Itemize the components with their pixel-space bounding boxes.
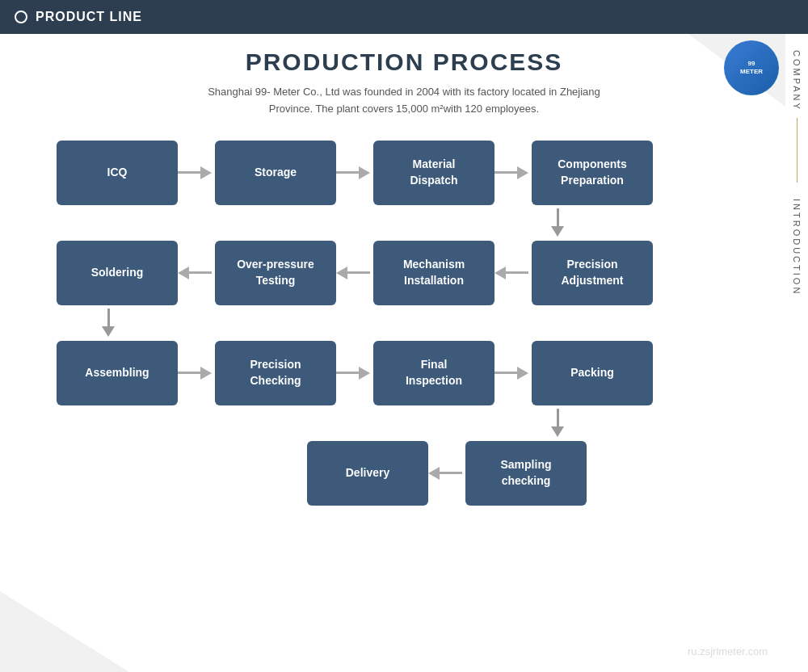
flow-box-packing: Packing <box>532 341 653 405</box>
arrow-left-3 <box>494 267 532 279</box>
flow-box-icq: ICQ <box>57 141 178 205</box>
header-circle-icon <box>15 10 27 23</box>
arrow-right-2 <box>336 166 373 179</box>
header-bar: PRODUCT LINE <box>0 0 808 34</box>
flow-box-sampling: Samplingchecking <box>465 441 587 506</box>
arrow-right-5 <box>336 367 373 380</box>
flow-box-precision-adjustment: PrecisionAdjustment <box>532 241 653 305</box>
flow-row-1: ICQ Storage MaterialDispatch ComponentsP… <box>57 141 751 205</box>
v-arrow-2 <box>102 309 115 337</box>
subtitle: Shanghai 99- Meter Co., Ltd was founded … <box>40 84 768 118</box>
flow-box-delivery: Delivery <box>307 441 428 506</box>
flow-box-mechanism: MechanismInstallation <box>373 241 494 305</box>
flow-row-4: Delivery Samplingchecking <box>57 441 751 506</box>
flow-row-3: Assembling PrecisionChecking FinalInspec… <box>57 341 751 405</box>
arrow-left-1 <box>178 267 215 279</box>
vline-2 <box>107 309 110 326</box>
v-arrow-1 <box>551 208 564 237</box>
main-content: PRODUCTION PROCESS Shanghai 99- Meter Co… <box>0 34 808 514</box>
flow-box-precision-checking: PrecisionChecking <box>215 341 336 405</box>
arrow-right-3 <box>494 166 532 179</box>
subtitle-line1: Shanghai 99- Meter Co., Ltd was founded … <box>208 86 600 98</box>
flow-box-soldering: Soldering <box>57 241 178 305</box>
vtip-3 <box>551 426 564 437</box>
page-title: PRODUCTION PROCESS <box>40 48 768 76</box>
arrow-left-2 <box>336 267 373 279</box>
vtip-2 <box>102 326 115 337</box>
flow-box-storage: Storage <box>215 141 336 205</box>
vline-3 <box>557 409 559 426</box>
flow-container: ICQ Storage MaterialDispatch ComponentsP… <box>57 141 751 506</box>
v-connector-2 <box>57 305 751 341</box>
vline-1 <box>557 208 559 226</box>
flow-box-overpressure: Over-pressureTesting <box>215 241 336 305</box>
arrow-right-4 <box>178 367 215 380</box>
watermark: ru.zsjrlmeter.com <box>688 645 768 657</box>
v-connector-1 <box>57 205 751 241</box>
flow-box-components-preparation: ComponentsPreparation <box>532 141 653 205</box>
v-arrow-3 <box>551 409 564 437</box>
subtitle-line2: Province. The plant covers 15,000 m²with… <box>269 103 539 115</box>
v-connector-3 <box>57 405 751 441</box>
flow-box-material-dispatch: MaterialDispatch <box>373 141 494 205</box>
flow-box-final-inspection: FinalInspection <box>373 341 494 405</box>
arrow-left-4 <box>428 467 465 480</box>
tri-decoration-bottom <box>0 591 129 672</box>
header-title: PRODUCT LINE <box>36 10 142 24</box>
arrow-right-6 <box>494 367 532 380</box>
vtip-1 <box>551 226 564 237</box>
flow-row-2: Soldering Over-pressureTesting Mechanism… <box>57 241 751 305</box>
flow-box-assembling: Assembling <box>57 341 178 405</box>
arrow-right-1 <box>178 166 215 179</box>
